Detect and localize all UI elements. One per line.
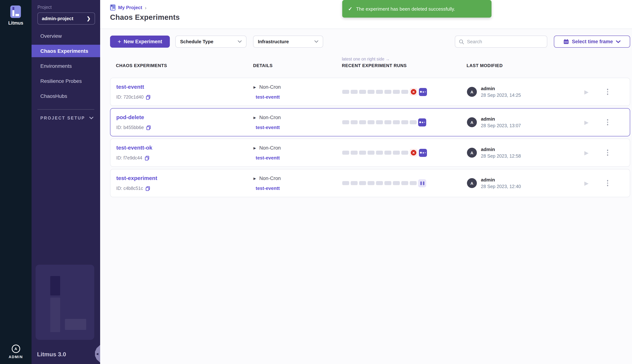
run-placeholder (359, 120, 366, 124)
sidebar-divider (38, 109, 94, 110)
row-menu-button[interactable] (605, 179, 610, 188)
run-placeholder (351, 90, 358, 94)
row-menu-button[interactable] (605, 118, 610, 127)
modified-by: admin (481, 116, 521, 122)
chevron-right-icon: ❯ (87, 16, 91, 21)
plus-icon: + (118, 38, 121, 45)
schedule-play-icon: ▶ (253, 176, 256, 180)
run-running-icon[interactable] (418, 118, 426, 126)
run-placeholder (351, 120, 358, 124)
run-placeholder (401, 151, 408, 155)
sidebar-item-label: Chaos Experiments (40, 48, 88, 54)
sidebar: Project admin-project ❯ OverviewChaos Ex… (32, 0, 100, 364)
run-running-icon[interactable] (419, 149, 427, 157)
run-placeholder (342, 120, 349, 124)
sidebar-collapse-button[interactable]: ◀ (95, 345, 100, 362)
experiment-row[interactable]: test-eventt-ok ID: f7e9dc44 ▶ Non-Cron t… (110, 138, 630, 167)
run-placeholder (376, 151, 383, 155)
run-running-icon[interactable] (419, 88, 427, 96)
recent-runs: ✕ (342, 139, 467, 166)
schedule-play-icon: ▶ (253, 146, 256, 150)
project-selector[interactable]: admin-project ❯ (38, 12, 95, 24)
run-experiment-button[interactable]: ▶ (584, 150, 588, 156)
infrastructure-select[interactable]: Infrastructure (253, 36, 323, 48)
run-failed-icon[interactable]: ✕ (410, 149, 417, 156)
copy-id-button[interactable] (146, 95, 151, 100)
run-placeholder (410, 181, 417, 185)
copy-id-button[interactable] (146, 125, 151, 130)
run-placeholder (359, 90, 366, 94)
infrastructure-link[interactable]: test-eventt (256, 125, 280, 130)
toast-message: The experiment has been deleted successf… (356, 6, 455, 12)
search-input[interactable] (467, 39, 543, 44)
run-placeholder (342, 181, 349, 185)
col-header-modified: LAST MODIFIED (467, 63, 582, 68)
sidebar-item-overview[interactable]: Overview (32, 30, 100, 42)
experiment-name-link[interactable]: test-eventt (116, 84, 144, 90)
run-placeholder (368, 181, 374, 185)
avatar: A (467, 148, 477, 158)
admin-label: ADMIN (0, 355, 32, 359)
col-header-runs: RECENT EXPERIMENT RUNS (342, 63, 467, 68)
sidebar-item-chaoshubs[interactable]: ChaosHubs (32, 90, 100, 102)
experiment-name-link[interactable]: test-eventt-ok (116, 144, 152, 151)
row-menu-button[interactable] (605, 88, 610, 96)
experiments-table-body: test-eventt ID: 720c1d40 ▶ Non-Cron test… (110, 78, 630, 200)
project-setup-toggle[interactable]: PROJECT SETUP (40, 116, 94, 120)
breadcrumb-link[interactable]: My Project (118, 5, 142, 10)
project-name: admin-project (42, 16, 73, 21)
schedule-type-select[interactable]: Schedule Type (175, 36, 247, 48)
experiment-id: ID: 720c1d40 (116, 94, 144, 100)
run-placeholder (384, 151, 391, 155)
chevron-down-icon (314, 40, 318, 43)
modified-date: 28 Sep 2023, 12:40 (481, 184, 521, 189)
sidebar-item-chaos-experiments[interactable]: Chaos Experiments (32, 45, 100, 57)
run-placeholder (410, 120, 417, 124)
admin-avatar[interactable]: A (12, 344, 20, 353)
run-experiment-button[interactable]: ▶ (584, 180, 588, 186)
avatar: A (467, 87, 477, 97)
experiment-row[interactable]: test-eventt ID: 720c1d40 ▶ Non-Cron test… (110, 78, 630, 106)
sidebar-item-resilience-probes[interactable]: Resilience Probes (32, 75, 100, 87)
row-menu-button[interactable] (605, 148, 610, 157)
breadcrumb-project-icon (110, 4, 116, 11)
experiment-row[interactable]: pod-delete ID: b455bb6e ▶ Non-Cron test-… (110, 108, 630, 136)
modified-date: 28 Sep 2023, 13:07 (481, 123, 521, 128)
experiment-name-link[interactable]: test-experiment (116, 175, 157, 181)
copy-id-button[interactable] (145, 156, 149, 160)
infrastructure-link[interactable]: test-eventt (256, 94, 280, 100)
schedule-play-icon: ▶ (253, 116, 256, 119)
run-placeholder (384, 120, 391, 124)
run-experiment-button[interactable]: ▶ (584, 88, 588, 95)
run-paused-icon[interactable] (418, 179, 426, 187)
modified-by: admin (481, 177, 521, 182)
run-placeholder (351, 151, 358, 155)
run-placeholder (376, 120, 383, 124)
sidebar-nav: OverviewChaos ExperimentsEnvironmentsRes… (32, 30, 100, 105)
run-placeholder (393, 151, 400, 155)
sidebar-item-environments[interactable]: Environments (32, 60, 100, 72)
chevron-down-icon (238, 40, 242, 43)
modified-by: admin (481, 147, 521, 152)
infrastructure-link[interactable]: test-eventt (256, 155, 280, 160)
new-experiment-button[interactable]: + New Experiment (110, 36, 170, 48)
time-frame-button[interactable]: Select time frame (554, 36, 630, 48)
run-placeholder (401, 90, 408, 94)
project-label: Project (38, 5, 100, 10)
experiment-id: ID: c4b8c51c (116, 186, 143, 191)
infrastructure-link[interactable]: test-eventt (256, 186, 280, 191)
check-icon: ✓ (348, 6, 352, 12)
experiment-id: ID: b455bb6e (116, 125, 144, 130)
page-title: Chaos Experiments (110, 13, 180, 22)
experiment-row[interactable]: test-experiment ID: c4b8c51c ▶ Non-Cron … (110, 169, 630, 197)
run-placeholder (401, 120, 408, 124)
copy-id-button[interactable] (146, 186, 150, 191)
calendar-icon (563, 39, 569, 44)
litmus-logo-icon (10, 6, 21, 18)
col-header-experiments: CHAOS EXPERIMENTS (116, 63, 253, 68)
chevron-down-icon (616, 40, 621, 43)
run-experiment-button[interactable]: ▶ (584, 119, 588, 126)
project-setup-label: PROJECT SETUP (40, 116, 85, 120)
run-failed-icon[interactable]: ✕ (410, 88, 417, 96)
experiment-name-link[interactable]: pod-delete (116, 114, 144, 120)
